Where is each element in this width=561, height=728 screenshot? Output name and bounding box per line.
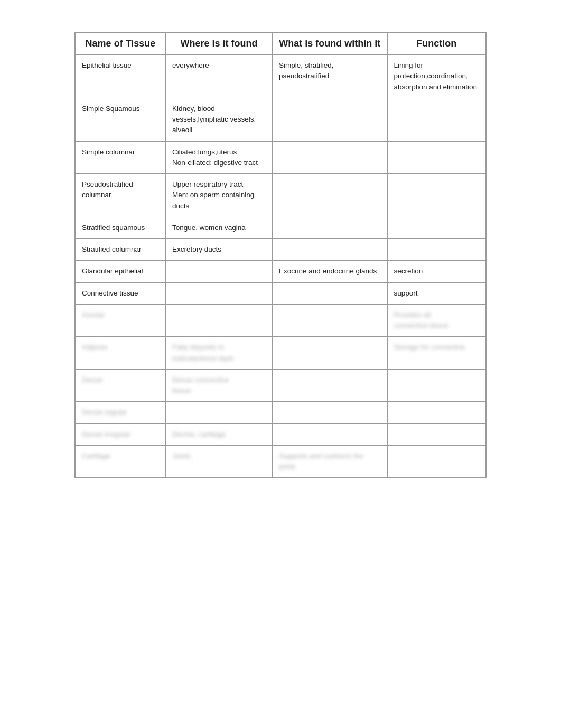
cell-where: everywhere: [165, 55, 272, 98]
table-row: Simple columnarCiliated:lungs,uterusNon-…: [76, 141, 486, 174]
cell-function: Lining for protection,coordination, abso…: [387, 55, 486, 98]
table-row: CartilageJointsSupports and cushions the…: [76, 445, 486, 478]
header-name: Name of Tissue: [76, 33, 166, 55]
cell-what: [272, 282, 387, 304]
table-row: Simple SquamousKidney, blood vessels,lym…: [76, 98, 486, 141]
cell-what: [272, 304, 387, 337]
cell-name: Glandular epithelial: [76, 261, 166, 282]
cell-what: [272, 141, 387, 174]
header-function: Function: [387, 33, 486, 55]
table-row: AdiposeFatty deposits insubcutaneous lay…: [76, 337, 486, 370]
cell-what: [272, 402, 387, 423]
cell-function: [387, 369, 486, 402]
table-header-row: Name of Tissue Where is it found What is…: [76, 33, 486, 55]
cell-where: Dense connectivetissue: [165, 369, 272, 402]
cell-where: Ciliated:lungs,uterusNon-ciliated: diges…: [165, 141, 272, 174]
cell-function: support: [387, 282, 486, 304]
table-row: Stratified squamousTongue, women vagina: [76, 217, 486, 238]
cell-name: Pseudostratified columnar: [76, 174, 166, 217]
cell-function: [387, 98, 486, 141]
cell-function: [387, 445, 486, 478]
cell-where: Joints: [165, 445, 272, 478]
cell-where: [165, 282, 272, 304]
cell-name: Dense irregular: [76, 423, 166, 445]
cell-what: [272, 98, 387, 141]
table-row: Dense irregularDermis, cartilage: [76, 423, 486, 445]
cell-name: Cartilage: [76, 445, 166, 478]
tissue-table: Name of Tissue Where is it found What is…: [75, 32, 486, 478]
cell-where: Upper respiratory tractMen: on sperm con…: [165, 174, 272, 217]
cell-where: [165, 304, 272, 337]
table-row: Connective tissuesupport: [76, 282, 486, 304]
header-what: What is found within it: [272, 33, 387, 55]
cell-name: Simple columnar: [76, 141, 166, 174]
tissue-table-container: Name of Tissue Where is it found What is…: [74, 32, 487, 478]
cell-function: [387, 423, 486, 445]
cell-where: [165, 402, 272, 423]
cell-function: secretion: [387, 261, 486, 282]
table-row: Stratified columnarExcretory ducts: [76, 239, 486, 261]
cell-function: Provides allconnective tissue: [387, 304, 486, 337]
cell-name: Simple Squamous: [76, 98, 166, 141]
cell-name: Connective tissue: [76, 282, 166, 304]
cell-what: Simple, stratified, pseudostratified: [272, 55, 387, 98]
cell-where: Tongue, women vagina: [165, 217, 272, 238]
cell-function: [387, 402, 486, 423]
cell-what: [272, 217, 387, 238]
cell-what: [272, 423, 387, 445]
header-where: Where is it found: [165, 33, 272, 55]
cell-name: Dense: [76, 369, 166, 402]
cell-what: [272, 369, 387, 402]
cell-what: [272, 239, 387, 261]
cell-name: Adipose: [76, 337, 166, 370]
cell-name: Stratified columnar: [76, 239, 166, 261]
cell-function: [387, 239, 486, 261]
cell-name: Stratified squamous: [76, 217, 166, 238]
cell-name: Areolar: [76, 304, 166, 337]
table-row: Glandular epithelialExocrine and endocri…: [76, 261, 486, 282]
table-row: Dense regular: [76, 402, 486, 423]
cell-function: [387, 141, 486, 174]
cell-where: Fatty deposits insubcutaneous layer: [165, 337, 272, 370]
cell-where: Excretory ducts: [165, 239, 272, 261]
cell-where: [165, 261, 272, 282]
table-row: Epithelial tissueeverywhereSimple, strat…: [76, 55, 486, 98]
cell-where: Kidney, blood vessels,lymphatic vessels,…: [165, 98, 272, 141]
cell-what: Exocrine and endocrine glands: [272, 261, 387, 282]
cell-what: [272, 337, 387, 370]
cell-function: Storage for connective: [387, 337, 486, 370]
cell-where: Dermis, cartilage: [165, 423, 272, 445]
table-row: AreolarProvides allconnective tissue: [76, 304, 486, 337]
table-row: DenseDense connectivetissue: [76, 369, 486, 402]
cell-function: [387, 174, 486, 217]
table-row: Pseudostratified columnarUpper respirato…: [76, 174, 486, 217]
cell-what: Supports and cushions the joints: [272, 445, 387, 478]
cell-what: [272, 174, 387, 217]
cell-name: Dense regular: [76, 402, 166, 423]
cell-name: Epithelial tissue: [76, 55, 166, 98]
cell-function: [387, 217, 486, 238]
